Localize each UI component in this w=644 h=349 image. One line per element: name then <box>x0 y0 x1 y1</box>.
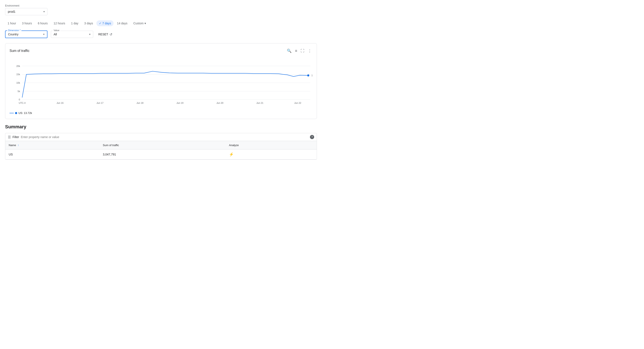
svg-text:Jun 17: Jun 17 <box>96 102 104 104</box>
svg-text:5k: 5k <box>18 90 20 92</box>
time-btn-14d[interactable]: 14 days <box>114 20 130 26</box>
check-icon: ✓ <box>99 22 102 25</box>
value-label: Value <box>53 29 60 32</box>
table-row: US 3,047,791 ⚡ <box>5 150 317 160</box>
time-btn-custom[interactable]: Custom ▾ <box>131 20 148 26</box>
summary-title: Summary <box>5 124 317 130</box>
dimension-arrow: ▾ <box>43 33 44 36</box>
chart-filter-button[interactable]: ≡ <box>294 48 298 54</box>
legend-label: US: 13.72k <box>18 112 32 114</box>
svg-text:15k: 15k <box>16 73 20 76</box>
svg-text:Jun 22: Jun 22 <box>294 102 301 104</box>
help-icon[interactable]: ? <box>310 135 314 139</box>
svg-text:Jun 21: Jun 21 <box>256 102 263 104</box>
legend-us: US: 13.72k <box>10 112 32 114</box>
env-value: prod1 <box>8 10 16 13</box>
svg-text:0: 0 <box>19 98 20 101</box>
chart-line <box>22 71 308 98</box>
dimension-label: Dimension * <box>7 29 22 32</box>
time-btn-3d[interactable]: 3 days <box>82 20 96 26</box>
svg-text:Jun 19: Jun 19 <box>176 102 184 104</box>
chart-title: Sum of traffic <box>10 49 30 53</box>
time-btn-7d[interactable]: ✓7 days <box>96 20 114 26</box>
svg-text:10k: 10k <box>16 82 20 84</box>
sort-arrow-icon: ↑ <box>18 144 19 147</box>
table-body: US 3,047,791 ⚡ <box>5 150 317 160</box>
main-page: Environment prod1 ▾ 1 hour 3 hours 6 hou… <box>0 0 322 164</box>
analyze-icon[interactable]: ⚡ <box>229 152 234 156</box>
time-range-bar: 1 hour 3 hours 6 hours 12 hours 1 day 3 … <box>5 20 317 26</box>
svg-text:Jun 20: Jun 20 <box>216 102 224 104</box>
chart-actions: 🔍 ≡ ⛶ ⋮ <box>286 48 312 54</box>
col-header-traffic: Sum of traffic <box>99 141 226 150</box>
filter-label: Filter <box>12 135 19 139</box>
chart-end-dot <box>307 74 309 76</box>
summary-section: Summary ☰ Filter ? Name ↑ <box>5 124 317 160</box>
table-header-row: Name ↑ Sum of traffic Analyze <box>5 141 317 150</box>
traffic-chart: 0 5k 10k 15k 20k UTC-4 Jun 16 Jun 17 Jun… <box>10 58 312 108</box>
time-btn-3h[interactable]: 3 hours <box>20 20 34 26</box>
table-header: Name ↑ Sum of traffic Analyze <box>5 141 317 150</box>
chart-header: Sum of traffic 🔍 ≡ ⛶ ⋮ <box>10 48 312 54</box>
time-btn-12h[interactable]: 12 hours <box>51 20 68 26</box>
summary-table: Name ↑ Sum of traffic Analyze US 3,047,7… <box>5 141 317 160</box>
chart-legend: US: 13.72k <box>10 112 312 114</box>
value-arrow: ▾ <box>89 33 90 36</box>
summary-table-container: ☰ Filter ? Name ↑ Sum of traffic An <box>5 133 317 160</box>
value-current: All <box>54 32 57 36</box>
col-header-analyze: Analyze <box>226 141 317 150</box>
row-analyze: ⚡ <box>226 150 317 160</box>
chart-area: 0 5k 10k 15k 20k UTC-4 Jun 16 Jun 17 Jun… <box>10 58 312 109</box>
row-name: US <box>5 150 99 160</box>
row-traffic: 3,047,791 <box>99 150 226 160</box>
chart-search-button[interactable]: 🔍 <box>286 48 292 54</box>
environment-section: Environment prod1 ▾ <box>5 4 317 15</box>
chart-more-button[interactable]: ⋮ <box>307 48 312 54</box>
svg-text:Jun 18: Jun 18 <box>136 102 144 104</box>
time-btn-6h[interactable]: 6 hours <box>35 20 50 26</box>
filter-icon: ☰ <box>8 135 11 139</box>
reset-icon: ↺ <box>110 32 112 36</box>
time-btn-1d[interactable]: 1 day <box>69 20 81 26</box>
filters-row: Dimension * Country ▾ Value All ▾ RESET … <box>5 30 317 38</box>
custom-dropdown-arrow: ▾ <box>144 22 146 25</box>
svg-text:15k: 15k <box>312 74 312 77</box>
reset-label: RESET <box>98 32 108 36</box>
reset-button[interactable]: RESET ↺ <box>96 31 114 38</box>
dimension-value: Country <box>8 32 18 36</box>
env-dropdown-arrow: ▾ <box>44 10 45 13</box>
time-btn-1h[interactable]: 1 hour <box>5 20 19 26</box>
col-header-name[interactable]: Name ↑ <box>5 141 99 150</box>
svg-text:20k: 20k <box>16 65 20 67</box>
legend-dot <box>15 112 17 114</box>
chart-expand-button[interactable]: ⛶ <box>300 48 305 54</box>
environment-select[interactable]: prod1 ▾ <box>5 8 48 15</box>
env-label: Environment <box>5 4 317 7</box>
legend-line-dash <box>10 113 14 113</box>
svg-text:UTC-4: UTC-4 <box>19 102 26 104</box>
svg-text:Jun 16: Jun 16 <box>56 102 64 104</box>
filter-input[interactable] <box>21 135 308 139</box>
dimension-select[interactable]: Dimension * Country ▾ <box>5 30 48 38</box>
chart-card: Sum of traffic 🔍 ≡ ⛶ ⋮ 0 5k 10k 15k <box>5 43 317 119</box>
value-select[interactable]: Value All ▾ <box>51 31 93 38</box>
filter-bar: ☰ Filter ? <box>5 133 317 141</box>
